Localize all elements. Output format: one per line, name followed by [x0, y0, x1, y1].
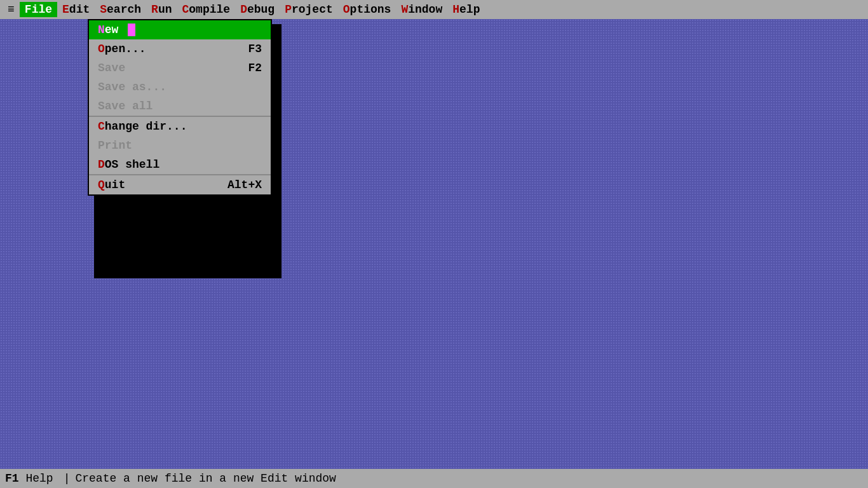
statusbar: F1 Help | Create a new file in a new Edi… [0, 469, 868, 488]
statusbar-separator: | [64, 472, 71, 485]
statusbar-help-label: Help [19, 472, 53, 485]
dropdown-section-3: Quit Alt+X [89, 175, 271, 194]
options-first-letter: O [343, 3, 350, 16]
menubar-item-compile[interactable]: Compile [177, 2, 236, 17]
file-first-letter: F [25, 3, 32, 16]
menubar-item-window[interactable]: Window [396, 2, 447, 17]
menubar-item-run[interactable]: Run [146, 2, 177, 17]
menu-item-dos-shell[interactable]: DOS shell [89, 155, 271, 174]
menubar-item-edit[interactable]: Edit [57, 2, 95, 17]
search-first-letter: S [100, 3, 107, 16]
menu-item-open[interactable]: Open... F3 [89, 39, 271, 58]
menu-item-save-as[interactable]: Save as... [89, 78, 271, 97]
project-first-letter: P [285, 3, 292, 16]
menu-item-change-dir[interactable]: Change dir... [89, 117, 271, 136]
help-first-letter: H [452, 3, 459, 16]
statusbar-f1[interactable]: F1 [5, 472, 19, 485]
menubar: ≡ File Edit Search Run Compile Debug Pro… [0, 0, 868, 19]
menubar-item-file[interactable]: File [20, 2, 57, 17]
dropdown-section-1: New Open... F3 Save F2 Save as... Sav [89, 20, 271, 117]
dropdown-section-2: Change dir... Print DOS shell [89, 117, 271, 175]
statusbar-message: Create a new file in a new Edit window [75, 472, 336, 485]
menubar-item-search[interactable]: Search [95, 2, 146, 17]
menubar-item-project[interactable]: Project [280, 2, 338, 17]
cursor-block [128, 24, 135, 36]
menu-item-new[interactable]: New [89, 20, 271, 39]
compile-first-letter: C [182, 3, 189, 16]
edit-first-letter: E [62, 3, 69, 16]
debug-first-letter: D [240, 3, 247, 16]
menu-item-save[interactable]: Save F2 [89, 58, 271, 78]
window-first-letter: W [401, 3, 408, 16]
menu-item-quit[interactable]: Quit Alt+X [89, 175, 271, 194]
menubar-item-help[interactable]: Help [447, 2, 485, 17]
run-first-letter: R [151, 3, 158, 16]
menubar-item-options[interactable]: Options [338, 2, 397, 17]
file-dropdown: New Open... F3 Save F2 Save as... Sav [88, 19, 272, 196]
menubar-item-debug[interactable]: Debug [235, 2, 280, 17]
menu-item-save-all[interactable]: Save all [89, 97, 271, 116]
menu-icon[interactable]: ≡ [3, 2, 20, 17]
menu-item-print[interactable]: Print [89, 136, 271, 155]
